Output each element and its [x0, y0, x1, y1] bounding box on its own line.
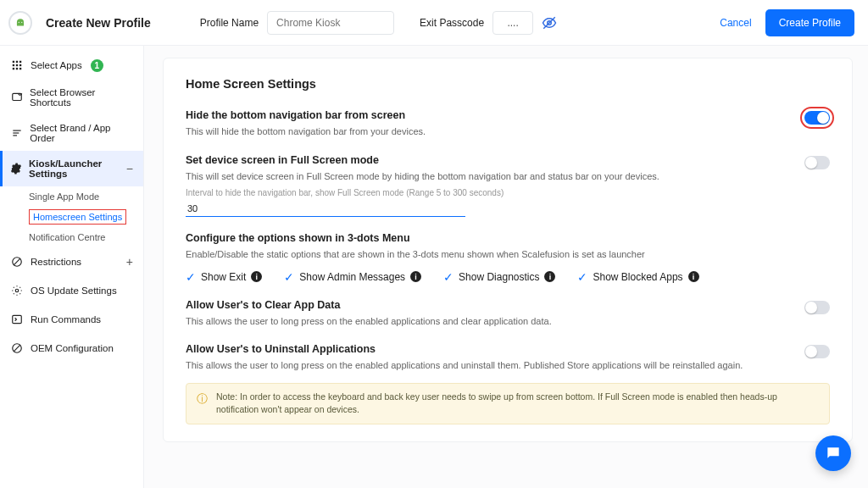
setting-title: Configure the options shown in 3-dots Me…	[186, 232, 830, 244]
sidebar-label: Select Browser Shortcuts	[30, 87, 133, 108]
setting-full-screen: Set device screen in Full Screen mode Th…	[186, 154, 830, 218]
svg-rect-6	[16, 64, 18, 66]
interval-label: Interval to hide the navigation bar, sho…	[186, 188, 830, 197]
sidebar-sub-single-app[interactable]: Single App Mode	[0, 186, 143, 207]
main-area: Select Apps 1 Select Browser Shortcuts S…	[0, 46, 868, 488]
chat-icon	[825, 445, 842, 462]
update-icon	[10, 284, 24, 297]
sidebar-label: Restrictions	[31, 257, 81, 267]
toggle-full-screen[interactable]	[804, 156, 830, 169]
svg-rect-3	[16, 61, 18, 63]
setting-desc: This will set device screen in Full Scre…	[186, 169, 830, 184]
exit-passcode-label: Exit Passcode	[420, 17, 484, 29]
toggle-clear-app-data[interactable]	[804, 301, 830, 314]
svg-point-18	[15, 289, 19, 292]
panel-title: Home Screen Settings	[186, 77, 830, 91]
cancel-button[interactable]: Cancel	[720, 17, 751, 29]
toggle-passcode-visibility-icon[interactable]	[542, 15, 557, 30]
interval-input[interactable]	[186, 201, 465, 217]
page-title: Create New Profile	[46, 16, 151, 30]
browser-icon	[10, 91, 23, 104]
apps-count-badge: 1	[91, 59, 103, 72]
sidebar: Select Apps 1 Select Browser Shortcuts S…	[0, 46, 144, 488]
info-icon[interactable]: i	[688, 271, 699, 282]
settings-panel: Home Screen Settings Hide the bottom nav…	[163, 58, 853, 442]
check-icon: ✓	[186, 270, 196, 284]
sidebar-label: OS Update Settings	[31, 286, 117, 296]
exit-passcode-input[interactable]	[492, 11, 533, 35]
setting-title: Allow User's to Clear App Data	[186, 299, 830, 311]
block-icon	[10, 341, 24, 355]
sidebar-sub-homescreen[interactable]: Homescreen Settings	[0, 207, 143, 227]
check-icon: ✓	[284, 270, 294, 284]
svg-rect-10	[19, 68, 21, 69]
setting-title: Allow User's to Uninstall Applications	[186, 343, 830, 355]
sidebar-label: Kiosk/Launcher Settings	[29, 158, 120, 179]
svg-rect-8	[13, 68, 14, 69]
sidebar-item-oem-config[interactable]: OEM Configuration	[0, 334, 143, 363]
setting-title: Hide the bottom navigation bar from scre…	[186, 109, 830, 121]
toggle-uninstall-apps[interactable]	[804, 345, 830, 358]
content: Home Screen Settings Hide the bottom nav…	[144, 46, 868, 488]
option-show-diagnostics[interactable]: ✓ Show Diagnostics i	[443, 270, 555, 284]
sidebar-label: OEM Configuration	[31, 343, 114, 353]
sidebar-item-run-commands[interactable]: Run Commands	[0, 305, 143, 334]
info-icon[interactable]: i	[251, 271, 262, 282]
setting-hide-navbar: Hide the bottom navigation bar from scre…	[186, 109, 830, 139]
sidebar-item-kiosk-launcher[interactable]: Kiosk/Launcher Settings −	[0, 151, 143, 186]
setting-desc: This will hide the bottom navigation bar…	[186, 125, 830, 139]
check-icon: ✓	[577, 270, 587, 284]
sidebar-label: Run Commands	[31, 314, 101, 324]
sidebar-label: Select Brand / App Order	[30, 123, 133, 143]
info-icon[interactable]: i	[544, 271, 555, 282]
brand-logo	[8, 11, 32, 35]
toggle-hide-navbar[interactable]	[804, 111, 830, 125]
svg-rect-7	[19, 64, 21, 66]
svg-rect-5	[13, 64, 14, 66]
sidebar-label: Select Apps	[31, 60, 82, 70]
apps-grid-icon	[10, 58, 24, 72]
check-icon: ✓	[443, 270, 453, 284]
terminal-icon	[10, 313, 24, 326]
sidebar-item-browser-shortcuts[interactable]: Select Browser Shortcuts	[0, 80, 143, 115]
info-icon[interactable]: i	[410, 271, 421, 282]
expand-icon: +	[126, 256, 133, 268]
profile-name-label: Profile Name	[200, 17, 259, 29]
setting-desc: This allows the user to long press on th…	[186, 358, 830, 373]
sidebar-item-os-update[interactable]: OS Update Settings	[0, 276, 143, 305]
option-show-exit[interactable]: ✓ Show Exit i	[186, 270, 262, 284]
sidebar-sub-notification[interactable]: Notification Centre	[0, 227, 143, 247]
info-note: ⓘ Note: In order to access the keyboard …	[186, 383, 830, 425]
svg-rect-9	[16, 68, 18, 69]
profile-name-input[interactable]	[267, 11, 394, 35]
svg-rect-2	[13, 61, 14, 63]
option-show-blocked-apps[interactable]: ✓ Show Blocked Apps i	[577, 270, 698, 284]
svg-rect-4	[19, 61, 21, 63]
gear-icon	[10, 162, 22, 175]
setting-clear-app-data: Allow User's to Clear App Data This allo…	[186, 299, 830, 329]
collapse-icon: −	[126, 163, 133, 175]
setting-uninstall-apps: Allow User's to Uninstall Applications T…	[186, 343, 830, 373]
setting-three-dots-menu: Configure the options shown in 3-dots Me…	[186, 232, 830, 284]
svg-rect-11	[12, 93, 21, 100]
setting-title: Set device screen in Full Screen mode	[186, 154, 830, 166]
create-profile-button[interactable]: Create Profile	[765, 9, 854, 36]
sidebar-item-brand-order[interactable]: Select Brand / App Order	[0, 115, 143, 151]
top-bar: Create New Profile Profile Name Exit Pas…	[0, 0, 868, 46]
note-text: Note: In order to access the keyboard an…	[216, 391, 819, 418]
sidebar-item-select-apps[interactable]: Select Apps 1	[0, 51, 143, 80]
chat-fab[interactable]	[815, 435, 851, 471]
android-icon	[14, 17, 26, 29]
list-order-icon	[10, 126, 23, 140]
sidebar-item-restrictions[interactable]: Restrictions +	[0, 247, 143, 276]
svg-line-17	[14, 258, 20, 265]
svg-line-21	[14, 345, 20, 352]
option-show-admin-messages[interactable]: ✓ Show Admin Messages i	[284, 270, 421, 284]
block-icon	[10, 255, 24, 269]
setting-desc: This allows the user to long press on th…	[186, 314, 830, 329]
warning-icon: ⓘ	[197, 391, 208, 407]
setting-desc: Enable/Disable the static options that a…	[186, 247, 830, 262]
